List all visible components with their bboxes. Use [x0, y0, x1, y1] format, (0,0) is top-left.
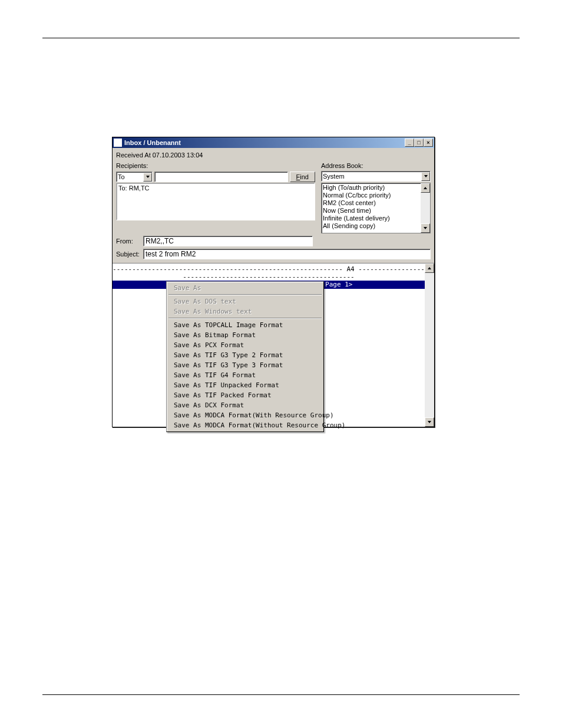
menu-item[interactable]: Save As TOPCALL Image Format: [168, 320, 322, 330]
find-button[interactable]: Find: [290, 172, 315, 182]
titlebar: Inbox / Unbenannt _ □ ×: [113, 137, 434, 148]
menu-item: Save As: [168, 283, 322, 293]
options-listbox[interactable]: High (To/auth priority)Normal (Cc/bcc pr…: [321, 183, 431, 233]
app-icon: [114, 139, 122, 147]
menu-item[interactable]: Save As MODCA Format(Without Resource Gr…: [168, 420, 322, 430]
menu-item: Save As Windows text: [168, 307, 322, 317]
scroll-up-button[interactable]: [425, 263, 434, 273]
address-book-value: System: [323, 173, 345, 180]
from-label: From:: [116, 238, 143, 245]
recipient-input[interactable]: [154, 172, 288, 182]
menu-item[interactable]: Save As DCX Format: [168, 400, 322, 410]
recipients-label: Recipients:: [116, 162, 315, 169]
subject-input[interactable]: [143, 249, 431, 259]
chevron-down-icon[interactable]: [143, 173, 152, 182]
recipient-listbox[interactable]: To: RM,TC: [116, 183, 315, 220]
context-menu: Save AsSave As DOS textSave As Windows t…: [166, 281, 324, 432]
page-rule-top: [42, 38, 520, 38]
menu-item[interactable]: Save As TIF G4 Format: [168, 370, 322, 380]
close-button[interactable]: ×: [424, 139, 433, 147]
menu-item[interactable]: Save As TIF Packed Format: [168, 390, 322, 400]
scrollbar-vertical[interactable]: [421, 183, 430, 233]
received-at-label: Received At 07.10.2003 13:04: [116, 151, 431, 159]
menu-item[interactable]: Save As TIF G3 Type 3 Format: [168, 360, 322, 370]
menu-item[interactable]: Save As Bitmap Format: [168, 330, 322, 340]
menu-separator: [168, 294, 322, 295]
to-combo-value: To: [118, 173, 125, 180]
option-list-item[interactable]: Now (Send time): [323, 207, 419, 215]
menu-item[interactable]: Save As TIF Unpacked Format: [168, 380, 322, 390]
window-title: Inbox / Unbenannt: [124, 139, 405, 146]
page-rule-bottom: [42, 694, 520, 695]
maximize-button[interactable]: □: [414, 139, 424, 147]
recipient-list-entry: To: RM,TC: [118, 185, 313, 192]
options-listbox-content: High (To/auth priority)Normal (Cc/bcc pr…: [322, 183, 421, 233]
menu-item[interactable]: Save As TIF G3 Type 2 Format: [168, 350, 322, 360]
scroll-down-button[interactable]: [425, 417, 434, 427]
scroll-up-button[interactable]: [421, 183, 430, 193]
menu-item[interactable]: Save As MODCA Format(With Resource Group…: [168, 410, 322, 420]
a4-separator: ----------------------------------------…: [113, 263, 425, 281]
option-list-item[interactable]: Infinite (Latest delivery): [323, 215, 419, 222]
to-combo[interactable]: To: [116, 172, 153, 182]
scroll-down-button[interactable]: [421, 223, 430, 233]
chevron-down-icon[interactable]: [421, 172, 430, 181]
option-list-item[interactable]: High (To/auth priority): [323, 184, 419, 192]
content-scrollbar[interactable]: [425, 263, 434, 427]
option-list-item[interactable]: RM2 (Cost center): [323, 199, 419, 207]
address-book-combo[interactable]: System: [321, 171, 431, 182]
form-area: Received At 07.10.2003 13:04 Recipients:…: [113, 148, 434, 263]
address-book-label: Address Book:: [321, 162, 431, 169]
window-controls: _ □ ×: [405, 139, 433, 147]
from-input[interactable]: [143, 236, 313, 246]
option-list-item[interactable]: Normal (Cc/bcc priority): [323, 192, 419, 199]
subject-label: Subject:: [116, 251, 143, 258]
content-area: ----------------------------------------…: [113, 263, 434, 427]
menu-item[interactable]: Save As PCX Format: [168, 340, 322, 350]
minimize-button[interactable]: _: [405, 139, 414, 147]
menu-item: Save As DOS text: [168, 297, 322, 307]
window-inbox: Inbox / Unbenannt _ □ × Received At 07.1…: [112, 137, 435, 427]
menu-separator: [168, 318, 322, 319]
option-list-item[interactable]: All (Sending copy): [323, 222, 419, 230]
